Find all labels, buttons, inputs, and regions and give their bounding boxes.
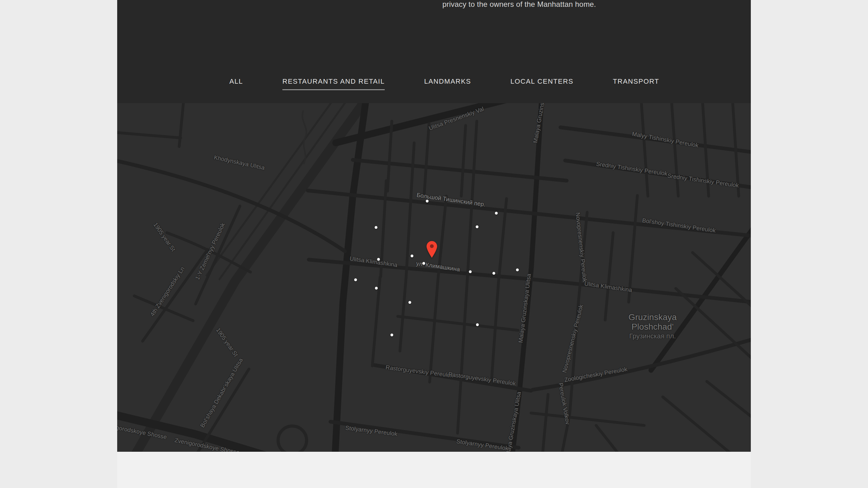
hero-paragraph-tail: privacy to the owners of the Manhattan h… <box>442 0 596 10</box>
poi-marker-dot[interactable] <box>354 279 357 281</box>
poi-marker-dot[interactable] <box>423 262 425 265</box>
map-canvas[interactable]: Ulitsa Presnenskiy ValMalaya Gruzinskaya… <box>117 103 751 452</box>
poi-marker-dot[interactable] <box>493 272 495 275</box>
tab-restaurants-and-retail[interactable]: RESTAURANTS AND RETAIL <box>282 77 385 90</box>
tab-landmarks[interactable]: LANDMARKS <box>424 77 471 90</box>
poi-marker-dot[interactable] <box>411 255 413 258</box>
poi-marker-dot[interactable] <box>426 200 429 203</box>
poi-marker-dot[interactable] <box>375 287 378 290</box>
poi-marker-dot[interactable] <box>476 323 479 326</box>
poi-marker-dot[interactable] <box>476 226 478 228</box>
poi-marker-dot[interactable] <box>469 270 472 273</box>
hero-section: privacy to the owners of the Manhattan h… <box>117 0 751 103</box>
tab-all[interactable]: ALL <box>229 77 243 90</box>
map-roads <box>117 103 751 452</box>
map-pin-icon[interactable] <box>427 241 437 258</box>
poi-marker-dot[interactable] <box>495 212 498 215</box>
map-filter-tabs: ALL RESTAURANTS AND RETAIL LANDMARKS LOC… <box>229 77 659 90</box>
tab-local-centers[interactable]: LOCAL CENTERS <box>510 77 574 90</box>
tab-transport[interactable]: TRANSPORT <box>613 77 659 90</box>
poi-marker-dot[interactable] <box>377 258 380 261</box>
poi-marker-dot[interactable] <box>516 269 519 271</box>
poi-marker-dot[interactable] <box>409 301 411 304</box>
poi-marker-dot[interactable] <box>391 334 393 336</box>
poi-marker-dot[interactable] <box>375 226 378 229</box>
below-map-section <box>117 452 751 488</box>
content-column: privacy to the owners of the Manhattan h… <box>117 0 751 488</box>
